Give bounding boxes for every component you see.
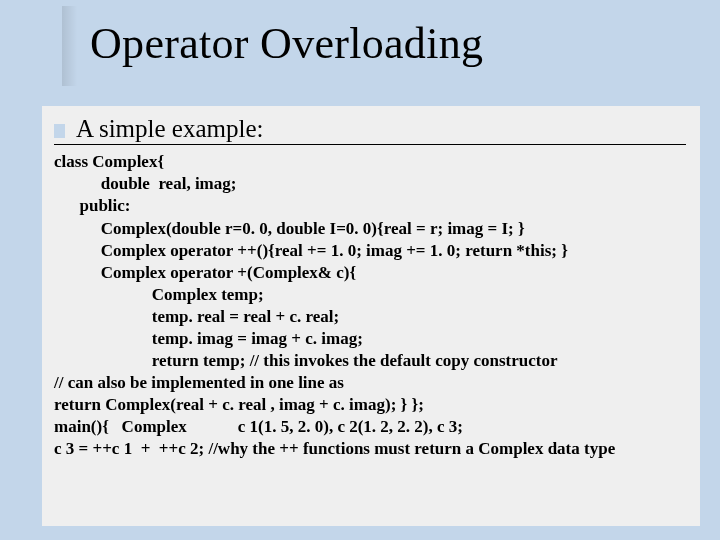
slide-title: Operator Overloading [90, 18, 483, 69]
title-area: Operator Overloading [62, 6, 702, 96]
code-block: class Complex{ double real, imag; public… [54, 151, 686, 460]
content-panel: A simple example: class Complex{ double … [42, 106, 700, 526]
slide: Operator Overloading A simple example: c… [0, 0, 720, 540]
title-shadow-decoration [62, 6, 84, 86]
bullet-icon [54, 120, 68, 142]
subheading-row: A simple example: [54, 116, 686, 145]
subheading: A simple example: [76, 116, 263, 142]
